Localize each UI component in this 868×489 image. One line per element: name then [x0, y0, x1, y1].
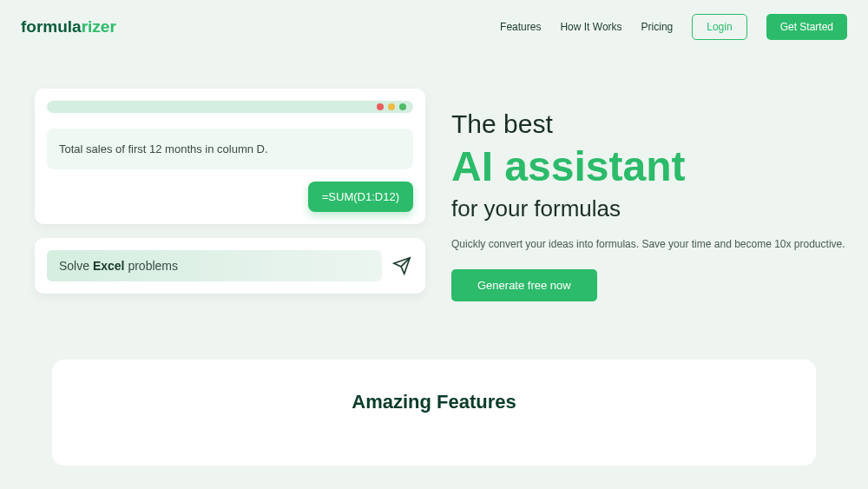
solve-prefix: Solve: [59, 259, 93, 273]
demo-prompt: Total sales of first 12 months in column…: [47, 129, 413, 169]
hero-title-line1: The best: [451, 109, 847, 139]
hero-text-column: The best AI assistant for your formulas …: [451, 89, 847, 307]
nav-pricing[interactable]: Pricing: [641, 21, 674, 33]
main-nav: Features How It Works Pricing Login Get …: [500, 14, 847, 40]
formula-result: =SUM(D1:D12): [308, 182, 413, 212]
login-button[interactable]: Login: [692, 14, 746, 40]
solve-input[interactable]: Solve Excel problems: [47, 250, 382, 281]
send-icon[interactable]: [391, 254, 413, 277]
window-dot-red-icon: [377, 103, 384, 110]
hero-demo-column: Total sales of first 12 months in column…: [35, 89, 425, 307]
generate-button[interactable]: Generate free now: [451, 269, 597, 301]
logo[interactable]: formularizer: [21, 17, 116, 36]
hero-title-line3: for your formulas: [451, 195, 847, 222]
formula-result-row: =SUM(D1:D12): [47, 182, 413, 212]
features-title: Amazing Features: [69, 391, 799, 413]
solve-suffix: problems: [125, 259, 178, 273]
window-dot-green-icon: [399, 103, 406, 110]
hero-section: Total sales of first 12 months in column…: [0, 54, 868, 325]
features-section: Amazing Features: [52, 360, 816, 466]
get-started-button[interactable]: Get Started: [766, 14, 847, 40]
hero-subtitle: Quickly convert your ideas into formulas…: [451, 238, 847, 250]
window-bar: [47, 101, 413, 113]
window-dot-yellow-icon: [388, 103, 395, 110]
solve-card: Solve Excel problems: [35, 238, 425, 294]
nav-how-it-works[interactable]: How It Works: [560, 21, 621, 33]
logo-part1: formula: [21, 17, 82, 36]
solve-highlight: Excel: [93, 259, 125, 273]
demo-card: Total sales of first 12 months in column…: [35, 89, 425, 224]
logo-part2: rizer: [82, 17, 116, 36]
header: formularizer Features How It Works Prici…: [0, 0, 868, 54]
nav-features[interactable]: Features: [500, 21, 541, 33]
hero-title-ai: AI assistant: [451, 142, 847, 190]
